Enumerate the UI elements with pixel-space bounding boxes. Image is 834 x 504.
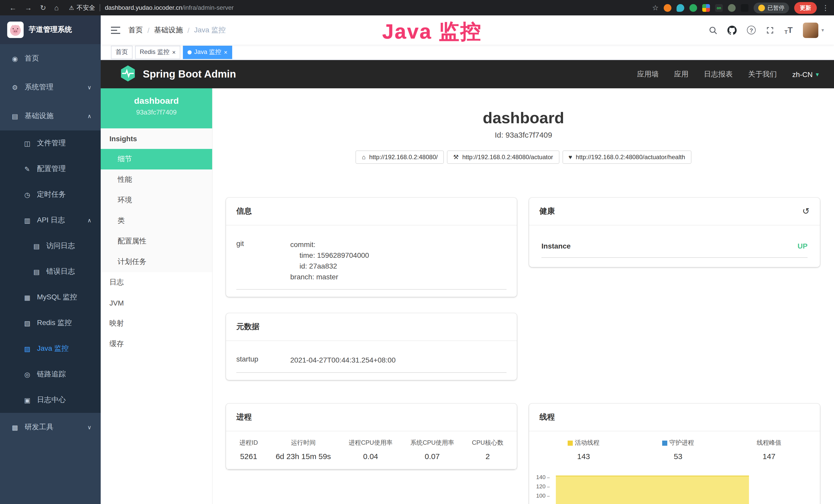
sba-item-caches[interactable]: 缓存 bbox=[101, 334, 212, 354]
extension-on-icon[interactable]: on bbox=[715, 4, 723, 12]
sidebar-item-label: MySQL 监控 bbox=[37, 293, 77, 302]
sidebar-item-system-mgmt[interactable]: ⚙ 系统管理 ∨ bbox=[0, 73, 101, 102]
hamburger-icon[interactable] bbox=[111, 26, 120, 34]
github-icon[interactable] bbox=[727, 25, 737, 35]
chrome-menu-icon[interactable]: ⋮ bbox=[822, 4, 829, 11]
sba-brand-title[interactable]: Spring Boot Admin bbox=[143, 68, 236, 80]
status-up-badge: UP bbox=[797, 242, 808, 250]
sidebar-item-label: 首页 bbox=[25, 54, 39, 63]
metric-label: 活动线程 bbox=[575, 438, 599, 447]
browser-home-icon[interactable]: ⌂ bbox=[54, 4, 59, 11]
sba-item-logs[interactable]: 日志 bbox=[101, 272, 212, 293]
tab-java-monitor[interactable]: Java 监控 × bbox=[183, 45, 232, 59]
browser-extensions-area: ☆ on 已暂停 更新 ⋮ bbox=[652, 2, 829, 14]
sidebar-item-log-center[interactable]: ▣ 日志中心 bbox=[0, 387, 101, 413]
browser-nav-buttons: ← → ↻ ⌂ bbox=[5, 4, 63, 11]
sidebar-item-access-logs[interactable]: ▤ 访问日志 bbox=[0, 233, 101, 259]
search-icon[interactable] bbox=[709, 26, 717, 34]
sidebar-item-java-monitor[interactable]: ▨ Java 监控 bbox=[0, 336, 101, 362]
sidebar-item-error-logs[interactable]: ▤ 错误日志 bbox=[0, 259, 101, 284]
sba-sidebar: dashboard 93a3fc7f7409 Insights 细节 性能 环境… bbox=[101, 88, 213, 504]
close-icon[interactable]: × bbox=[172, 49, 176, 55]
sidebar-item-dev-tools[interactable]: ▩ 研发工具 ∨ bbox=[0, 413, 101, 442]
card-title-threads: 线程 bbox=[540, 412, 555, 422]
sba-item-mappings[interactable]: 映射 bbox=[101, 313, 212, 334]
fullscreen-icon[interactable] bbox=[766, 26, 774, 34]
profile-paused-badge[interactable]: 已暂停 bbox=[753, 2, 789, 13]
sba-nav: 应用墙 应用 日志报表 关于我们 zh-CN ▾ bbox=[637, 70, 819, 79]
sba-item-scheduled-tasks[interactable]: 计划任务 bbox=[101, 252, 212, 272]
edit-icon: ✎ bbox=[23, 165, 32, 173]
breadcrumb-home[interactable]: 首页 bbox=[128, 25, 143, 35]
sidebar-item-redis-monitor[interactable]: ▧ Redis 监控 bbox=[0, 310, 101, 336]
font-size-icon[interactable]: TT bbox=[785, 25, 793, 35]
instance-url-link[interactable]: ⌂ http://192.168.0.2:48080/ bbox=[356, 151, 444, 164]
tags-view: 首页 Redis 监控 × Java 监控 × bbox=[101, 45, 834, 60]
sba-nav-journal[interactable]: 日志报表 bbox=[704, 70, 733, 79]
breadcrumb-separator: / bbox=[188, 26, 190, 34]
home-icon: ⌂ bbox=[362, 154, 366, 161]
sba-nav-about[interactable]: 关于我们 bbox=[748, 70, 777, 79]
metric-label: 进程CPU使用率 bbox=[349, 438, 393, 447]
forward-icon[interactable]: → bbox=[25, 4, 32, 11]
sidebar-item-mysql-monitor[interactable]: ▦ MySQL 监控 bbox=[0, 284, 101, 310]
sidebar-item-scheduled-jobs[interactable]: ◷ 定时任务 bbox=[0, 182, 101, 207]
instance-links: ⌂ http://192.168.0.2:48080/ ⚒ http://192… bbox=[213, 151, 834, 164]
sba-item-environment[interactable]: 环境 bbox=[101, 190, 212, 210]
sidebar-item-label: 基础设施 bbox=[25, 111, 53, 121]
sba-nav-applications[interactable]: 应用 bbox=[674, 70, 688, 79]
back-icon[interactable]: ← bbox=[9, 4, 17, 11]
sba-item-classes[interactable]: 类 bbox=[101, 210, 212, 231]
metric-daemon-threads: 守护进程 53 bbox=[662, 438, 694, 461]
sidebar-item-home[interactable]: ◉ 首页 bbox=[0, 44, 101, 73]
tab-redis-monitor[interactable]: Redis 监控 × bbox=[135, 45, 180, 59]
git-commit-line: commit: bbox=[290, 239, 506, 250]
tab-label: Java 监控 bbox=[194, 48, 221, 56]
log-center-icon: ▣ bbox=[23, 396, 32, 404]
browser-toolbar: ← → ↻ ⌂ ⚠ 不安全 dashboard.yudao.iocoder.cn… bbox=[0, 0, 834, 16]
extension-icon[interactable] bbox=[664, 4, 672, 12]
user-avatar[interactable]: ▾ bbox=[803, 22, 824, 38]
chrome-update-button[interactable]: 更新 bbox=[794, 2, 817, 14]
extension-icon[interactable] bbox=[689, 4, 697, 12]
history-icon[interactable]: ↺ bbox=[803, 207, 810, 216]
reload-icon[interactable]: ↻ bbox=[40, 4, 46, 11]
extension-icon[interactable] bbox=[677, 4, 684, 12]
breadcrumb-infrastructure[interactable]: 基础设施 bbox=[154, 25, 183, 35]
actuator-url-link[interactable]: ⚒ http://192.168.0.2:48080/actuator bbox=[447, 151, 559, 164]
sba-locale-select[interactable]: zh-CN ▾ bbox=[792, 70, 819, 78]
app-title: 芋道管理系统 bbox=[29, 25, 72, 35]
link-label: http://192.168.0.2:48080/actuator bbox=[462, 154, 553, 161]
extension-icon[interactable] bbox=[728, 4, 736, 12]
sidebar-item-link-tracing[interactable]: ◎ 链路追踪 bbox=[0, 362, 101, 387]
active-dot bbox=[188, 50, 192, 54]
sba-item-performance[interactable]: 性能 bbox=[101, 169, 212, 190]
instance-health-row: Instance UP bbox=[542, 235, 808, 258]
sba-nav-wallboard[interactable]: 应用墙 bbox=[637, 70, 659, 79]
close-icon[interactable]: × bbox=[224, 49, 227, 55]
threads-chart: 140 120 100 bbox=[532, 474, 817, 504]
sidebar-item-api-logs[interactable]: ▥ API 日志 ∧ bbox=[0, 207, 101, 233]
address-bar[interactable]: ⚠ 不安全 dashboard.yudao.iocoder.cn/infra/a… bbox=[63, 3, 652, 12]
sba-item-config-props[interactable]: 配置属性 bbox=[101, 231, 212, 252]
sba-item-jvm[interactable]: JVM bbox=[101, 293, 212, 313]
health-url-link[interactable]: ♥ http://192.168.0.2:48080/actuator/heal… bbox=[562, 151, 691, 164]
url-path: /infra/admin-server bbox=[182, 4, 234, 11]
tab-home[interactable]: 首页 bbox=[111, 45, 133, 59]
metric-pid: 进程ID 5261 bbox=[239, 438, 258, 461]
instance-id: 93a3fc7f7409 bbox=[101, 108, 212, 116]
sidebar-item-config-mgmt[interactable]: ✎ 配置管理 bbox=[0, 156, 101, 182]
sidebar-item-infrastructure[interactable]: ▤ 基础设施 ∧ bbox=[0, 102, 101, 131]
sba-item-details[interactable]: 细节 bbox=[101, 149, 212, 169]
infrastructure-icon: ▤ bbox=[10, 112, 20, 120]
health-card: 健康 ↺ Instance UP bbox=[529, 198, 820, 267]
extension-icon[interactable] bbox=[702, 4, 710, 12]
not-secure-label: 不安全 bbox=[76, 3, 95, 12]
bookmark-star-icon[interactable]: ☆ bbox=[652, 4, 659, 11]
extension-icon[interactable] bbox=[741, 4, 748, 12]
help-icon[interactable]: ? bbox=[747, 26, 756, 35]
breadcrumb-separator: / bbox=[148, 26, 150, 34]
sidebar-item-file-mgmt[interactable]: ◫ 文件管理 bbox=[0, 131, 101, 156]
dashboard-icon: ◉ bbox=[10, 55, 20, 62]
metric-label: CPU核心数 bbox=[472, 438, 503, 447]
